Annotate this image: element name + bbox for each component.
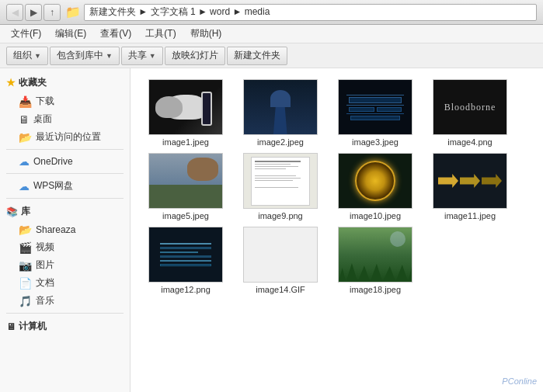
computer-header: 🖥 计算机 xyxy=(0,317,130,336)
list-item[interactable]: image1.jpeg xyxy=(143,79,228,147)
library-header: 📚 库 xyxy=(0,202,130,221)
thumbnail xyxy=(148,153,223,209)
list-item[interactable]: image5.jpeg xyxy=(143,153,228,220)
file-name: image14.GIF xyxy=(256,285,305,294)
list-item[interactable]: image10.jpeg xyxy=(332,153,418,220)
thumbnail: Bloodborne xyxy=(433,79,507,135)
list-item[interactable]: image3.jpeg xyxy=(332,79,418,147)
breadcrumb-text: 新建文件夹 ► 文字文稿 1 ► word ► media xyxy=(89,5,270,19)
list-item[interactable]: image11.jpeg xyxy=(427,153,513,220)
desktop-icon: 🖥 xyxy=(19,113,30,126)
sidebar-item-downloads[interactable]: 📥 下载 xyxy=(0,92,130,110)
share-button[interactable]: 共享 ▼ xyxy=(121,47,163,65)
breadcrumb: 新建文件夹 ► 文字文稿 1 ► word ► media xyxy=(84,4,537,21)
sidebar-item-onedrive[interactable]: ☁ OneDrive xyxy=(0,153,130,170)
divider2 xyxy=(6,173,124,174)
file-name: image5.jpeg xyxy=(162,211,209,220)
thumbnail xyxy=(148,227,223,283)
thumbnail xyxy=(338,227,412,283)
list-item[interactable]: Bloodborne image4.png xyxy=(427,79,513,147)
thumbnail xyxy=(243,79,318,135)
sidebar-item-video[interactable]: 🎬 视频 xyxy=(0,238,130,256)
video-icon: 🎬 xyxy=(19,241,32,254)
forward-button[interactable]: ▶ xyxy=(25,4,42,21)
documents-icon: 📄 xyxy=(19,277,32,290)
slideshow-button[interactable]: 放映幻灯片 xyxy=(165,47,225,65)
title-bar: ◀ ▶ ↑ 📁 新建文件夹 ► 文字文稿 1 ► word ► media xyxy=(0,0,543,25)
file-name: image10.jpeg xyxy=(350,211,401,220)
list-item[interactable]: image9.png xyxy=(238,153,323,220)
divider1 xyxy=(6,149,124,150)
onedrive-icon: ☁ xyxy=(19,155,30,168)
file-name: image4.png xyxy=(447,137,493,147)
new-folder-button[interactable]: 新建文件夹 xyxy=(227,47,287,65)
computer-icon: 🖥 xyxy=(6,321,16,332)
thumbnail xyxy=(243,227,318,283)
downloads-icon: 📥 xyxy=(19,95,32,108)
sidebar-item-music[interactable]: 🎵 音乐 xyxy=(0,292,130,310)
toolbar: 组织 ▼ 包含到库中 ▼ 共享 ▼ 放映幻灯片 新建文件夹 xyxy=(0,43,543,68)
back-button[interactable]: ◀ xyxy=(6,4,23,21)
sidebar-item-documents[interactable]: 📄 文档 xyxy=(0,274,130,292)
divider4 xyxy=(6,313,124,314)
favorites-header: ★ 收藏夹 xyxy=(0,73,130,92)
recent-icon: 📂 xyxy=(19,131,32,144)
menu-tools[interactable]: 工具(T) xyxy=(139,26,182,42)
thumbnail xyxy=(243,153,318,209)
star-icon: ★ xyxy=(6,77,16,88)
organize-button[interactable]: 组织 ▼ xyxy=(6,47,48,65)
nav-arrows: ◀ ▶ ↑ xyxy=(6,4,61,21)
thumbnail xyxy=(338,79,412,135)
file-name: image3.jpeg xyxy=(352,137,399,147)
sidebar-item-wps[interactable]: ☁ WPS网盘 xyxy=(0,177,130,195)
sidebar-item-desktop[interactable]: 🖥 桌面 xyxy=(0,110,130,128)
file-name: image18.jpeg xyxy=(350,285,401,294)
library-arrow: ▼ xyxy=(106,52,113,60)
share-arrow: ▼ xyxy=(149,52,156,60)
menu-edit[interactable]: 编辑(E) xyxy=(49,26,92,42)
sidebar: ★ 收藏夹 📥 下载 🖥 桌面 📂 最近访问的位置 ☁ OneDrive ☁ W… xyxy=(0,68,131,392)
menu-file[interactable]: 文件(F) xyxy=(5,26,47,42)
organize-arrow: ▼ xyxy=(34,52,41,60)
list-item[interactable]: image14.GIF xyxy=(238,227,323,294)
folder-icon: 📁 xyxy=(65,5,81,19)
thumbnail xyxy=(433,153,507,209)
list-item[interactable]: image12.png xyxy=(143,227,228,294)
library-header-icon: 📚 xyxy=(6,206,18,217)
up-button[interactable]: ↑ xyxy=(44,4,61,21)
list-item[interactable]: image18.jpeg xyxy=(332,227,418,294)
menu-help[interactable]: 帮助(H) xyxy=(184,26,228,42)
thumbnail xyxy=(338,153,412,209)
pictures-icon: 📷 xyxy=(19,259,32,272)
menu-view[interactable]: 查看(V) xyxy=(94,26,137,42)
divider3 xyxy=(6,198,124,199)
menu-bar: 文件(F) 编辑(E) 查看(V) 工具(T) 帮助(H) xyxy=(0,25,543,43)
list-item[interactable]: image2.jpeg xyxy=(238,79,323,147)
file-name: image9.png xyxy=(258,211,303,220)
file-name: image12.png xyxy=(161,285,211,294)
thumbnail xyxy=(148,79,223,135)
include-library-button[interactable]: 包含到库中 ▼ xyxy=(50,47,120,65)
file-name: image2.jpeg xyxy=(257,137,304,147)
sidebar-item-pictures[interactable]: 📷 图片 xyxy=(0,256,130,274)
thumb-ps5-inner xyxy=(149,80,222,134)
sidebar-item-recent[interactable]: 📂 最近访问的位置 xyxy=(0,128,130,146)
wps-icon: ☁ xyxy=(19,180,30,193)
file-name: image1.jpeg xyxy=(162,137,209,147)
sidebar-item-shareaza[interactable]: 📂 Shareaza xyxy=(0,221,130,238)
file-area: image1.jpeg image2.jpeg xyxy=(131,68,543,305)
file-name: image11.jpeg xyxy=(444,211,496,220)
file-area-wrapper: image1.jpeg image2.jpeg xyxy=(131,68,543,392)
music-icon: 🎵 xyxy=(19,295,32,307)
shareaza-icon: 📂 xyxy=(19,224,32,236)
main-area: ★ 收藏夹 📥 下载 🖥 桌面 📂 最近访问的位置 ☁ OneDrive ☁ W… xyxy=(0,68,543,392)
watermark: PConline xyxy=(502,376,537,386)
